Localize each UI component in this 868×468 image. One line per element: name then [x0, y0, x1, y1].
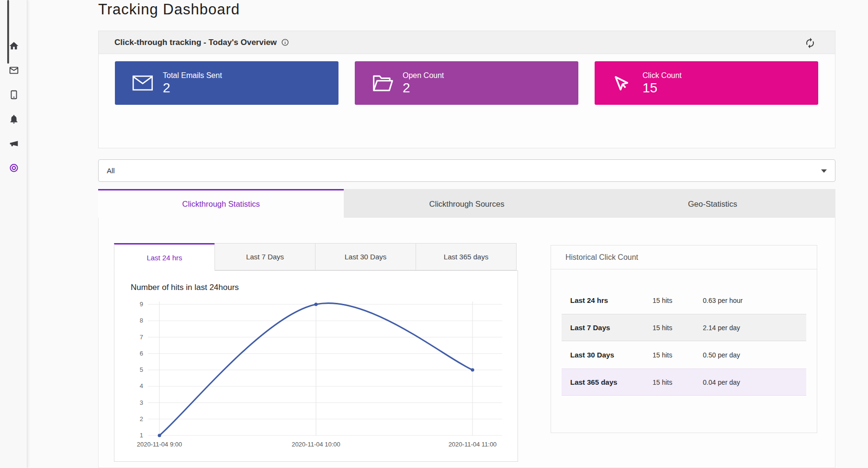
- row-hits: 15 hits: [653, 297, 703, 304]
- svg-text:3: 3: [140, 399, 143, 406]
- row-rate: 2.14 per day: [703, 324, 740, 332]
- row-period: Last 7 Days: [562, 323, 653, 332]
- sidebar-item-tracking[interactable]: [8, 162, 20, 174]
- overview-header: Click-through tracking - Today's Overvie…: [99, 31, 835, 54]
- email-icon: [132, 75, 163, 91]
- tab-clickthrough-sources[interactable]: Clickthrough Sources: [344, 189, 589, 218]
- click-count-card[interactable]: Click Count 15: [595, 61, 818, 105]
- total-emails-sent-card[interactable]: Total Emails Sent 2: [115, 61, 338, 105]
- range-tab-last-24-hrs[interactable]: Last 24 hrs: [114, 243, 215, 271]
- notifications-icon: [9, 114, 19, 124]
- historical-click-count-panel: Historical Click Count Last 24 hrs 15 hi…: [551, 245, 817, 433]
- tab-clickthrough-statistics[interactable]: Clickthrough Statistics: [98, 189, 344, 218]
- tab-geo-statistics[interactable]: Geo-Statistics: [590, 189, 835, 218]
- sidebar-scrollbar-thumb[interactable]: [7, 0, 9, 64]
- svg-text:7: 7: [140, 334, 143, 341]
- range-tabs: Last 24 hrs Last 7 Days Last 30 Days Las…: [114, 243, 517, 271]
- row-period: Last 24 hrs: [562, 296, 653, 304]
- card-value: 15: [643, 81, 682, 95]
- open-folder-icon: [372, 74, 403, 93]
- table-row[interactable]: Last 7 Days 15 hits 2.14 per day: [562, 314, 806, 341]
- filter-selected-value: All: [107, 167, 115, 175]
- info-icon[interactable]: [281, 38, 289, 46]
- sidebar-item-campaigns[interactable]: [8, 137, 20, 150]
- chevron-down-icon: [821, 169, 827, 173]
- svg-text:1: 1: [140, 432, 143, 439]
- cursor-icon: [612, 73, 643, 93]
- row-rate: 0.63 per hour: [703, 297, 743, 304]
- historical-table: Last 24 hrs 15 hits 0.63 per hour Last 7…: [562, 287, 806, 396]
- row-hits: 15 hits: [653, 379, 703, 386]
- range-tab-label: Last 7 Days: [246, 253, 284, 261]
- svg-text:2: 2: [140, 415, 143, 423]
- svg-text:2020-11-04 9:00: 2020-11-04 9:00: [137, 441, 182, 448]
- svg-text:6: 6: [140, 350, 143, 357]
- range-tab-last-365-days[interactable]: Last 365 days: [416, 243, 517, 270]
- sidebar-item-notifications[interactable]: [8, 113, 20, 125]
- tracking-target-icon: [9, 163, 19, 173]
- home-icon: [9, 41, 19, 51]
- range-tab-label: Last 365 days: [444, 253, 488, 261]
- card-label: Click Count: [643, 71, 682, 80]
- sidebar-item-mobile[interactable]: [8, 89, 20, 101]
- mobile-icon: [9, 89, 19, 100]
- tab-label: Clickthrough Statistics: [182, 200, 260, 209]
- filter-dropdown[interactable]: All: [98, 159, 835, 182]
- card-label: Open Count: [403, 71, 444, 80]
- overview-panel: Click-through tracking - Today's Overvie…: [98, 31, 835, 148]
- refresh-icon[interactable]: [804, 37, 816, 49]
- svg-text:8: 8: [140, 317, 143, 324]
- sidebar-item-home[interactable]: [8, 40, 20, 52]
- page-title: Tracking Dashboard: [98, 1, 240, 18]
- range-tab-last-30-days[interactable]: Last 30 Days: [315, 243, 416, 270]
- svg-text:2020-11-04 11:00: 2020-11-04 11:00: [449, 441, 497, 448]
- row-rate: 0.50 per day: [703, 351, 740, 359]
- svg-text:9: 9: [140, 301, 143, 308]
- card-label: Total Emails Sent: [163, 71, 222, 80]
- stat-cards: Total Emails Sent 2 Open Count 2: [115, 61, 818, 105]
- campaign-icon: [9, 138, 19, 149]
- tab-label: Geo-Statistics: [688, 200, 737, 209]
- sidebar: [0, 0, 27, 468]
- range-tab-label: Last 24 hrs: [147, 254, 182, 262]
- tab-label: Clickthrough Sources: [429, 200, 505, 209]
- open-count-card[interactable]: Open Count 2: [355, 61, 578, 105]
- hits-chart[interactable]: 1234567892020-11-04 9:002020-11-04 10:00…: [123, 298, 506, 456]
- mail-icon: [9, 65, 19, 76]
- range-tab-last-7-days[interactable]: Last 7 Days: [214, 243, 316, 270]
- tracking-dashboard-app: Tracking Dashboard Click-through trackin…: [0, 0, 868, 468]
- svg-text:4: 4: [140, 382, 143, 390]
- row-hits: 15 hits: [653, 351, 703, 359]
- chart-title: Number of hits in last 24hours: [131, 283, 239, 292]
- row-hits: 15 hits: [653, 324, 703, 332]
- main-tabs: Clickthrough Statistics Clickthrough Sou…: [98, 189, 835, 218]
- table-row[interactable]: Last 24 hrs 15 hits 0.63 per hour: [562, 287, 806, 314]
- overview-title: Click-through tracking - Today's Overvie…: [114, 38, 277, 47]
- card-value: 2: [163, 81, 222, 95]
- table-row[interactable]: Last 30 Days 15 hits 0.50 per day: [562, 341, 806, 368]
- card-value: 2: [403, 81, 444, 95]
- sidebar-item-email[interactable]: [8, 64, 20, 77]
- range-tab-label: Last 30 Days: [345, 253, 387, 261]
- hits-chart-card: Number of hits in last 24hours 123456789…: [114, 270, 518, 462]
- historical-panel-title: Historical Click Count: [551, 245, 817, 269]
- row-rate: 0.04 per day: [703, 379, 740, 386]
- table-row-highlighted[interactable]: Last 365 days 15 hits 0.04 per day: [562, 368, 806, 396]
- svg-text:2020-11-04 10:00: 2020-11-04 10:00: [292, 441, 340, 448]
- row-period: Last 365 days: [562, 378, 653, 386]
- row-period: Last 30 Days: [562, 351, 653, 359]
- svg-text:5: 5: [140, 366, 143, 373]
